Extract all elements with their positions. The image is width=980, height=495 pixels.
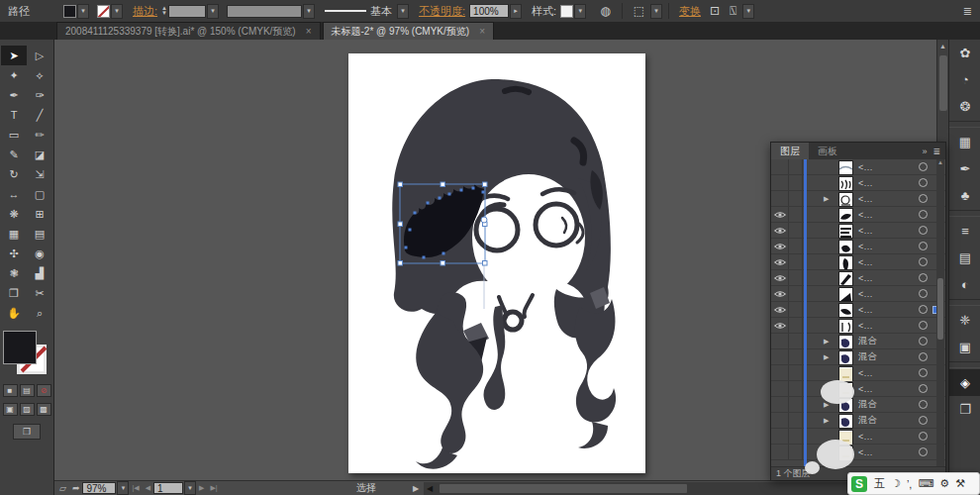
layer-row-18[interactable]: <... xyxy=(771,429,945,445)
layer-row-17[interactable]: ▶混合 xyxy=(771,413,945,429)
visibility-empty[interactable] xyxy=(771,365,789,380)
layer-row-4[interactable]: <... xyxy=(771,207,945,223)
shape-builder-tool[interactable]: ❋ xyxy=(1,204,27,224)
width-profile-caret-icon[interactable]: ▾ xyxy=(303,4,315,19)
first-artboard-icon[interactable]: |◀ xyxy=(132,484,139,492)
none-button[interactable]: ⊘ xyxy=(37,384,51,397)
document-tab-2-close-icon[interactable]: × xyxy=(479,26,485,37)
layer-row-7[interactable]: <... xyxy=(771,254,945,270)
document-tab-2[interactable]: 未标题-2* @ 97% (CMYK/预览) × xyxy=(323,22,494,40)
layer-thumbnail[interactable] xyxy=(838,366,853,381)
layer-thumbnail[interactable] xyxy=(838,335,853,349)
visibility-empty[interactable] xyxy=(771,397,789,412)
target-circle-icon[interactable] xyxy=(919,289,928,298)
fill-proxy-swatch[interactable] xyxy=(3,331,37,364)
fill-caret-icon[interactable]: ▾ xyxy=(77,4,89,19)
zoom-tool[interactable]: ⌕ xyxy=(27,303,52,323)
target-circle-icon[interactable] xyxy=(919,162,928,171)
rectangle-tool[interactable]: ▭ xyxy=(1,125,27,145)
stroke-weight-stepper[interactable]: ▲▼ xyxy=(161,6,167,16)
brush-caret-icon[interactable]: ▾ xyxy=(397,4,409,19)
lock-cell[interactable] xyxy=(789,445,803,459)
hand-tool[interactable]: ✋ xyxy=(1,303,27,323)
visibility-empty[interactable] xyxy=(771,159,789,174)
moon-icon[interactable]: ☽ xyxy=(891,477,901,490)
layer-thumbnail[interactable] xyxy=(838,271,853,286)
wubi-mode[interactable]: 五 xyxy=(874,476,885,491)
expand-triangle-icon[interactable]: ▶ xyxy=(824,353,829,361)
layer-name[interactable]: 混合 xyxy=(858,350,877,363)
layer-name[interactable]: <... xyxy=(858,178,873,188)
lasso-tool[interactable]: ⟡ xyxy=(27,65,52,85)
magic-wand-tool[interactable]: ✦ xyxy=(1,65,27,85)
layer-thumbnail[interactable] xyxy=(838,192,853,207)
layer-row-9[interactable]: <... xyxy=(771,286,945,302)
draw-normal-button[interactable]: ▣ xyxy=(3,403,18,416)
opacity-caret-icon[interactable]: ▸ xyxy=(510,4,522,19)
visibility-eye-icon[interactable] xyxy=(771,254,789,269)
rotate-tool[interactable]: ↻ xyxy=(1,164,27,184)
layer-thumbnail[interactable] xyxy=(838,240,853,254)
mesh-tool[interactable]: ▦ xyxy=(1,224,27,244)
color-button[interactable]: ■ xyxy=(3,384,18,397)
opacity-label[interactable]: 不透明度: xyxy=(419,4,465,19)
layer-row-12[interactable]: ▶混合 xyxy=(771,334,945,349)
artboard-caret-icon[interactable]: ▾ xyxy=(184,481,196,495)
color-panel-icon[interactable]: ✿ xyxy=(949,40,980,66)
keyboard-icon[interactable]: ⌨ xyxy=(918,477,933,490)
paintbrush-tool[interactable]: ✏ xyxy=(27,125,52,145)
artboard[interactable] xyxy=(348,53,645,473)
layer-name[interactable]: <... xyxy=(858,273,873,283)
blob-brush-tool[interactable]: ✑ xyxy=(27,85,52,105)
scroll-left-icon[interactable]: ◀ xyxy=(427,484,433,493)
zoom-caret-icon[interactable]: ▾ xyxy=(117,481,129,495)
panel-menu-icon[interactable]: ≣ xyxy=(932,147,940,156)
selection-tool[interactable]: ➤ xyxy=(1,46,27,65)
visibility-eye-icon[interactable] xyxy=(771,286,789,301)
lock-cell[interactable] xyxy=(789,254,803,269)
target-circle-icon[interactable] xyxy=(919,400,928,409)
layer-row-8[interactable]: <... xyxy=(771,270,945,286)
layer-thumbnail[interactable] xyxy=(838,255,853,270)
layers-panel-icon[interactable]: ◈ xyxy=(949,369,980,396)
layer-name[interactable]: <... xyxy=(858,368,873,378)
line-segment-tool[interactable]: ╱ xyxy=(27,105,52,125)
isolate-caret-icon[interactable]: ▾ xyxy=(742,4,754,19)
lock-cell[interactable] xyxy=(789,270,803,285)
layer-row-3[interactable]: ▶<... xyxy=(771,191,945,207)
visibility-empty[interactable] xyxy=(771,429,789,444)
stroke-caret-icon[interactable]: ▾ xyxy=(111,4,123,19)
draw-behind-button[interactable]: ▨ xyxy=(20,403,35,416)
layer-thumbnail[interactable] xyxy=(838,208,853,223)
layer-thumbnail[interactable] xyxy=(838,224,853,239)
lock-cell[interactable] xyxy=(789,381,803,396)
layer-name[interactable]: <... xyxy=(858,242,873,251)
layer-thumbnail[interactable] xyxy=(838,350,853,365)
brush-stroke-sample[interactable] xyxy=(325,10,366,12)
target-circle-icon[interactable] xyxy=(919,305,928,314)
layer-name[interactable]: <... xyxy=(858,226,873,236)
tab-artboards[interactable]: 画板 xyxy=(809,143,846,159)
gradient-panel-icon[interactable]: ▤ xyxy=(949,245,980,271)
swatches-icon[interactable]: ▦ xyxy=(949,129,980,155)
style-caret-icon[interactable]: ▾ xyxy=(574,4,586,19)
layer-row-19[interactable]: <... xyxy=(771,445,945,460)
artboard-tool[interactable]: ❐ xyxy=(1,283,27,303)
visibility-empty[interactable] xyxy=(771,334,789,348)
target-circle-icon[interactable] xyxy=(919,273,928,282)
layer-thumbnail[interactable] xyxy=(838,303,853,318)
control-bar-menu-icon[interactable]: ≣ xyxy=(963,5,972,18)
blend-tool[interactable]: ◉ xyxy=(27,244,52,263)
layer-name[interactable]: <... xyxy=(858,321,873,331)
type-tool[interactable]: T xyxy=(1,105,27,125)
layers-scroll-up-icon[interactable]: ▲ xyxy=(936,159,944,165)
layer-name[interactable]: <... xyxy=(858,210,873,220)
layers-scroll-thumb[interactable] xyxy=(937,278,943,340)
target-circle-icon[interactable] xyxy=(919,321,928,330)
lock-cell[interactable] xyxy=(789,397,803,412)
target-circle-icon[interactable] xyxy=(919,178,928,187)
target-circle-icon[interactable] xyxy=(919,368,928,377)
pen-tool[interactable]: ✒ xyxy=(1,85,27,105)
expand-triangle-icon[interactable]: ▶ xyxy=(824,417,829,425)
lock-cell[interactable] xyxy=(789,159,803,174)
